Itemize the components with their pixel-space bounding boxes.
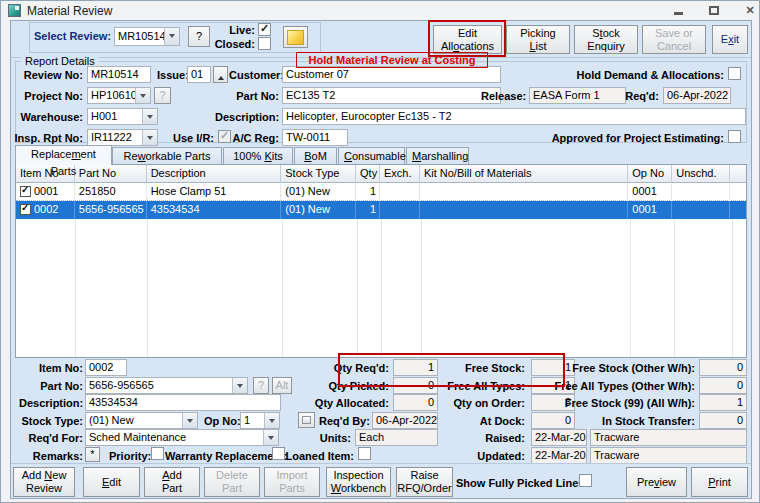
col-op-no[interactable]: Op No: [628, 165, 672, 183]
row-checkbox[interactable]: [20, 204, 31, 215]
review-no-label: Review No:: [15, 69, 83, 82]
detail-stock-type-combo[interactable]: (01) New: [85, 412, 198, 429]
add-new-review-button[interactable]: Add New Review: [13, 467, 75, 497]
col-exch[interactable]: Exch.: [380, 165, 420, 183]
insp-rpt-no-combo[interactable]: IR11222: [87, 129, 158, 146]
loaned-item-checkbox[interactable]: [358, 447, 371, 460]
ac-reg-field[interactable]: TW-0011: [282, 129, 348, 146]
chevron-down-icon[interactable]: [182, 413, 197, 428]
reqd-by-field: 06-Apr-2022: [372, 412, 438, 429]
stock-enquiry-button[interactable]: Stock Enquiry: [574, 25, 638, 54]
minimize-button[interactable]: [667, 3, 689, 18]
customer-field[interactable]: Customer 07: [282, 66, 501, 83]
detail-op-no-combo[interactable]: 1: [240, 412, 280, 429]
detail-item-no-label: Item No:: [21, 362, 83, 375]
qty-reqd-label: Qty Req'd:: [301, 362, 389, 375]
exit-button[interactable]: Exit: [712, 25, 748, 54]
in-stock-transfer-field: 0: [699, 412, 747, 429]
col-unschd[interactable]: Unschd.: [672, 165, 730, 183]
edit-allocations-button[interactable]: Edit Allocations: [433, 25, 502, 54]
edit-button[interactable]: Edit: [83, 467, 140, 497]
free-all-types-other-field: 0: [699, 377, 747, 394]
chevron-down-icon[interactable]: [164, 28, 179, 45]
picking-list-button[interactable]: Picking List: [506, 25, 570, 54]
titlebar: Material Review ✕: [1, 1, 759, 20]
select-review-combo[interactable]: MR10514: [114, 27, 180, 46]
chevron-down-icon[interactable]: [263, 430, 278, 445]
free-stock-other-field: 0: [699, 359, 747, 376]
table-row[interactable]: 0001 251850 Hose Clamp 51 (01) New 1 000…: [16, 183, 746, 201]
table-row-selected[interactable]: 0002 5656-956565 43534534 (01) New 1 000…: [16, 201, 746, 219]
col-qty[interactable]: Qty: [356, 165, 380, 183]
detail-reqd-for-combo[interactable]: Sched Maintenance: [85, 429, 279, 446]
preview-button[interactable]: Preview: [626, 467, 687, 497]
qty-on-order-label: Qty on Order:: [441, 397, 525, 410]
chevron-down-icon[interactable]: [264, 413, 279, 428]
issue-spin-up-button[interactable]: [213, 66, 228, 83]
closed-checkbox[interactable]: [258, 37, 271, 50]
project-help-button: ?: [154, 87, 171, 104]
table-header-row: Item No Part No Description Stock Type Q…: [16, 165, 746, 183]
show-fully-picked-label: Show Fully Picked Lines:: [456, 477, 576, 490]
chevron-down-icon[interactable]: [135, 88, 150, 103]
description-field[interactable]: Helicopter, Eurocopter Ec135 - T2: [282, 108, 746, 125]
maximize-icon: [709, 6, 719, 15]
project-no-combo[interactable]: HP10610: [87, 87, 151, 104]
col-part-no[interactable]: Part No: [75, 165, 147, 183]
use-ir-label: Use I/R:: [171, 132, 214, 145]
detail-warranty-label: Warranty Replacement:: [165, 450, 269, 463]
tab-100-kits[interactable]: 100% Kits: [223, 147, 293, 165]
chevron-down-icon[interactable]: [142, 130, 157, 145]
raise-rfq-order-button[interactable]: Raise RFQ/Order: [396, 467, 453, 497]
tab-bom[interactable]: BoM: [294, 147, 337, 165]
select-review-value: MR10514: [118, 30, 166, 43]
approved-checkbox[interactable]: [728, 130, 741, 143]
col-kit-no[interactable]: Kit No/Bill of Materials: [420, 165, 628, 183]
calendar-grid-icon: [302, 416, 311, 424]
detail-part-help-button: ?: [253, 377, 269, 394]
reqd-field: 06-Apr-2022: [663, 87, 731, 104]
units-field: Each: [355, 429, 438, 446]
chevron-down-icon[interactable]: [142, 109, 157, 124]
row-checkbox[interactable]: [20, 186, 31, 197]
print-button[interactable]: Print: [691, 467, 748, 497]
part-no-field[interactable]: EC135 T2: [282, 87, 501, 104]
detail-reqd-for-label: Req'd For:: [19, 432, 83, 445]
tab-marshalling[interactable]: Marshalling: [406, 147, 469, 165]
issue-field[interactable]: 01: [187, 66, 211, 83]
chevron-down-icon[interactable]: [232, 378, 247, 393]
detail-priority-checkbox[interactable]: [151, 447, 164, 460]
inspection-workbench-button[interactable]: Inspection Workbench: [326, 467, 391, 497]
tab-reworkable-parts[interactable]: Reworkable Parts: [112, 147, 222, 165]
col-stock-type[interactable]: Stock Type: [281, 165, 356, 183]
detail-remarks-button[interactable]: *: [85, 447, 100, 462]
detail-stock-type-label: Stock Type:: [19, 415, 83, 428]
free-stock-other-label: Free Stock (Other W/h):: [541, 362, 695, 375]
detail-op-no-value: 1: [244, 414, 250, 427]
warehouse-combo[interactable]: H001: [87, 108, 158, 125]
close-button[interactable]: ✕: [739, 3, 760, 18]
add-part-button[interactable]: Add Part: [144, 467, 200, 497]
notes-button[interactable]: [283, 26, 308, 48]
review-no-field[interactable]: MR10514: [87, 66, 151, 83]
live-checkbox[interactable]: [258, 23, 271, 36]
part-no-label: Part No:: [229, 90, 279, 103]
hold-demand-checkbox[interactable]: [728, 67, 741, 80]
col-description[interactable]: Description: [147, 165, 282, 183]
detail-part-no-combo[interactable]: 5656-956565: [85, 377, 248, 394]
detail-part-no-label: Part No:: [21, 380, 83, 393]
project-no-label: Project No:: [15, 90, 83, 103]
select-review-label: Select Review:: [31, 30, 111, 43]
release-label: Release:: [481, 90, 526, 103]
detail-item-no-field[interactable]: 0002: [85, 359, 127, 376]
import-parts-button: Import Parts: [264, 467, 320, 497]
tab-replacement-parts[interactable]: Replacement Parts: [15, 145, 112, 165]
qty-allocated-field: 0: [393, 394, 438, 411]
show-fully-picked-checkbox[interactable]: [579, 474, 592, 487]
maximize-button[interactable]: [703, 3, 725, 18]
updated-label: Updated:: [451, 450, 525, 463]
detail-description-field[interactable]: 43534534: [85, 394, 281, 411]
save-or-cancel-button: Save or Cancel: [642, 25, 706, 54]
tab-consumables[interactable]: Consumables: [338, 147, 405, 165]
raised-date-field: 22-Mar-2023: [531, 429, 587, 446]
